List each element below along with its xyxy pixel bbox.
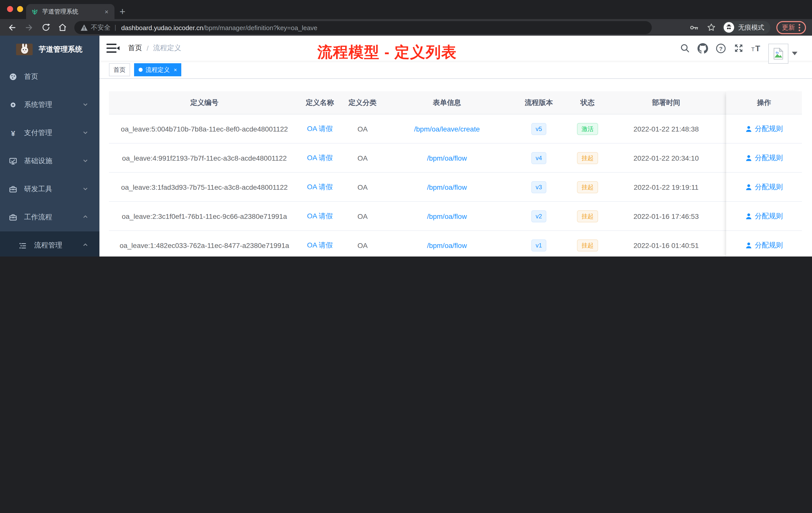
form-link[interactable]: /bpm/oa/flow: [427, 212, 467, 220]
assign-rule-label: 分配规则: [755, 212, 783, 221]
tag-home[interactable]: 首页: [109, 63, 130, 76]
collapse-sidebar-icon[interactable]: [107, 43, 119, 55]
breadcrumb: 首页 / 流程定义: [128, 36, 181, 61]
seedling-favicon-icon: [31, 8, 38, 15]
new-tab-button[interactable]: +: [119, 4, 125, 19]
assign-rule-link[interactable]: 分配规则: [745, 212, 783, 221]
assign-rule-link[interactable]: 分配规则: [745, 124, 783, 133]
user-icon: [745, 125, 752, 132]
definition-id: oa_leave:2:3c1f0ef1-76b1-11ec-9c66-a2380…: [122, 212, 287, 220]
help-icon[interactable]: ?: [716, 43, 726, 54]
version-badge: v2: [531, 210, 546, 222]
url-domain[interactable]: dashboard.yudao.iocoder.cn: [121, 24, 203, 31]
sidebar-item-home[interactable]: 首页: [0, 63, 99, 91]
tag-process-definition[interactable]: 流程定义 ×: [134, 63, 181, 76]
sidebar-item-devtools[interactable]: 研发工具: [0, 175, 99, 203]
back-icon[interactable]: [7, 22, 17, 32]
col-header: 流程版本: [509, 91, 569, 114]
definition-category: OA: [357, 241, 368, 249]
definition-name-link[interactable]: OA 请假: [307, 153, 333, 162]
definition-category: OA: [357, 183, 368, 191]
assign-rule-link[interactable]: 分配规则: [745, 182, 783, 191]
col-header: 操作: [726, 91, 802, 114]
deploy-time: 2022-01-22 20:34:10: [634, 154, 699, 162]
app-title: 芋道管理系统: [39, 44, 82, 54]
annotation-text: 流程模型 - 定义列表: [317, 42, 457, 63]
sidebar-item-workflow[interactable]: 工作流程: [0, 203, 99, 232]
search-icon[interactable]: [680, 43, 690, 53]
status-badge: 挂起: [577, 181, 598, 193]
minimize-window-button[interactable]: [17, 6, 23, 12]
breadcrumb-separator: /: [147, 44, 149, 52]
home-icon[interactable]: [58, 23, 67, 32]
sidebar-item-label: 首页: [24, 72, 38, 81]
gear-icon: [9, 101, 17, 109]
form-link[interactable]: /bpm/oa/flow: [427, 154, 467, 162]
sidebar-item-process-mgmt[interactable]: 流程管理: [0, 232, 99, 256]
definition-name-link[interactable]: OA 请假: [307, 212, 333, 221]
form-link[interactable]: /bpm/oa/flow: [427, 183, 467, 191]
assign-rule-label: 分配规则: [755, 153, 783, 162]
breadcrumb-home[interactable]: 首页: [128, 44, 142, 53]
definition-name-link[interactable]: OA 请假: [307, 124, 333, 133]
definition-name-link[interactable]: OA 请假: [307, 182, 333, 191]
tab-close-icon[interactable]: ×: [104, 8, 110, 15]
reload-icon[interactable]: [41, 23, 51, 32]
tags-view: 首页 流程定义 ×: [99, 61, 812, 79]
version-badge: v1: [531, 239, 546, 251]
security-label[interactable]: 不安全: [91, 23, 111, 32]
assign-rule-link[interactable]: 分配规则: [745, 153, 783, 162]
table-row: oa_leave:2:3c1f0ef1-76b1-11ec-9c66-a2380…: [109, 202, 802, 231]
assign-rule-link[interactable]: 分配规则: [745, 241, 783, 250]
incognito-label: 无痕模式: [738, 23, 764, 32]
browser-tab[interactable]: 芋道管理系统 ×: [26, 4, 115, 19]
col-header: 定义分类: [340, 91, 385, 114]
github-icon[interactable]: [697, 43, 708, 54]
chevron-down-icon: [82, 101, 88, 109]
dashboard-icon: [9, 73, 17, 81]
caret-down-icon[interactable]: [792, 48, 798, 57]
browser-tab-title: 芋道管理系统: [42, 7, 104, 16]
incognito-icon: [724, 22, 734, 33]
definition-name-link[interactable]: OA 请假: [307, 241, 333, 250]
definition-category: OA: [357, 125, 368, 133]
key-icon[interactable]: [690, 22, 699, 32]
status-badge: 挂起: [577, 210, 598, 222]
tag-label: 首页: [114, 65, 125, 74]
form-link[interactable]: /bpm/oa/leave/create: [414, 125, 480, 133]
tag-close-icon[interactable]: ×: [174, 67, 177, 72]
assign-rule-label: 分配规则: [755, 241, 783, 250]
url-separator: |: [115, 24, 116, 31]
version-badge: v5: [531, 123, 546, 135]
chevron-down-icon: [82, 185, 88, 193]
status-badge: 挂起: [577, 152, 598, 164]
menu-dots-icon[interactable]: [799, 23, 801, 31]
chevron-up-icon: [82, 241, 88, 249]
chevron-down-icon: [82, 129, 88, 137]
definition-id: oa_leave:5:004b710b-7b8a-11ec-8ef0-acde4…: [121, 125, 288, 133]
content: 定义编号 定义名称 定义分类 表单信息 流程版本 状态 部署时间 操作 oa_l…: [99, 79, 812, 256]
url-bar[interactable]: 不安全 | dashboard.yudao.iocoder.cn/bpm/man…: [74, 21, 652, 34]
svg-text:?: ?: [719, 45, 723, 52]
user-icon: [745, 213, 752, 220]
bookmark-star-icon[interactable]: [706, 23, 716, 32]
fullscreen-icon[interactable]: [734, 43, 744, 53]
forward-icon[interactable]: [24, 22, 34, 32]
sidebar-item-payment[interactable]: ¥ 支付管理: [0, 119, 99, 147]
table-row: oa_leave:4:991f2193-7b7f-11ec-a3c8-acde4…: [109, 144, 802, 173]
definition-category: OA: [357, 154, 368, 162]
status-badge: 激活: [577, 123, 598, 135]
update-button[interactable]: 更新: [776, 21, 806, 34]
page: 芋道管理系统 × + 不安全 | dashboard.yudao.iocoder…: [0, 0, 812, 256]
font-size-icon[interactable]: TT: [751, 43, 763, 53]
col-header: 定义名称: [300, 91, 340, 114]
form-link[interactable]: /bpm/oa/flow: [427, 241, 467, 249]
close-window-button[interactable]: [7, 6, 13, 12]
version-badge: v4: [531, 152, 546, 164]
definition-table: 定义编号 定义名称 定义分类 表单信息 流程版本 状态 部署时间 操作 oa_l…: [109, 91, 802, 256]
avatar[interactable]: [768, 43, 788, 63]
sidebar-item-infra[interactable]: 基础设施: [0, 147, 99, 175]
url-path[interactable]: /bpm/manager/definition?key=oa_leave: [203, 24, 318, 31]
status-badge: 挂起: [577, 239, 598, 251]
sidebar-item-system[interactable]: 系统管理: [0, 91, 99, 119]
